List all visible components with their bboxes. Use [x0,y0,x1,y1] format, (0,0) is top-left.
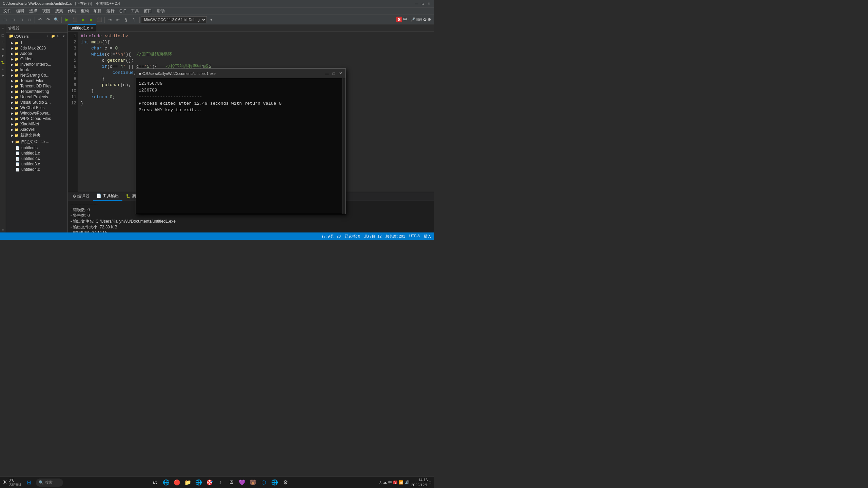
window-controls[interactable]: — □ ✕ [414,1,431,6]
bottom-tab-output[interactable]: 📄 工具输出 [93,192,122,201]
debug-stop-button[interactable]: ⬛ [96,16,103,23]
compiler-select[interactable]: MinGW GCC 11.2.0 64-bit Debug [141,16,207,23]
indent-button[interactable]: ⇥ [106,16,114,23]
toolbar-sep-1 [35,17,35,23]
sidebar-icon-8[interactable]: ⚑ [0,73,6,79]
console-scrollbar[interactable] [342,78,346,214]
sogou-mic[interactable]: 🎤 [410,17,415,22]
tree-item[interactable]: ▶ 📁 Tencent Files [6,78,67,83]
tree-item-icon: ▶ 📁 [11,68,19,72]
tree-item-label: TencentMeeting [20,89,49,94]
menu-refactor[interactable]: 重构 [79,7,91,15]
tree-item[interactable]: ▶ 📁 Adobe [6,51,67,56]
tree-item[interactable]: ▶ 📁 NetSarang Co... [6,73,67,78]
tree-item[interactable]: ▶ 📁 新建文件夹 [6,132,67,139]
uncomment-button[interactable]: ¶ [131,16,138,23]
open-file-button[interactable]: □ [9,16,17,23]
tree-item[interactable]: ▶ 📁 WPS Cloud Files [6,116,67,121]
menu-window[interactable]: 窗口 [142,7,154,15]
sidebar-icon-7[interactable]: ⌖ [0,66,6,72]
tree-item[interactable]: 📄 untitled3.c [6,161,67,167]
tree-item[interactable]: ▶ 📁 TencentMeeting [6,89,67,94]
menu-search[interactable]: 搜索 [53,7,65,15]
tree-new-file[interactable]: + [45,34,50,39]
menu-file[interactable]: 文件 [1,7,14,15]
compile-button[interactable]: ▶ [79,16,87,23]
tree-refresh[interactable]: ↻ [56,34,61,39]
menu-help[interactable]: 帮助 [155,7,167,15]
new-file-button[interactable]: □ [1,16,9,23]
stop-button[interactable]: ⬛ [71,16,79,23]
tree-items-container: ▶ 📁 1 ▶ 📁 3ds Max 2023 ▶ 📁 Adobe ▶ 📁 Gri… [6,40,67,232]
tree-item[interactable]: ▶ 📁 Gridea [6,56,67,62]
run-button[interactable]: ▶ [87,16,95,23]
comment-button[interactable]: § [122,16,130,23]
tree-item[interactable]: ▼ 📂 自定义 Office ... [6,139,67,145]
undo-button[interactable]: ↶ [36,16,44,23]
left-sidebar: ≡ ◫ ⊞ ⚙ ▶ 🐛 ⌖ ⚑ ≡ [0,24,6,232]
console-maximize[interactable]: □ [331,71,336,76]
tree-item[interactable]: ▶ 📁 Inventor Interro... [6,62,67,67]
maximize-button[interactable]: □ [420,1,425,6]
tree-item[interactable]: 📄 untitled1.c [6,150,67,156]
code-line[interactable]: int main(){ [81,39,431,45]
sidebar-icon-bottom[interactable]: ≡ [0,227,6,232]
save-button[interactable]: □ [18,16,25,23]
code-line[interactable]: c=getchar(); [81,58,431,64]
code-line[interactable]: #include <stdio.h> [81,33,431,39]
sidebar-icon-6[interactable]: 🐛 [0,60,6,65]
tree-item[interactable]: ▶ 📁 kook [6,67,67,73]
sidebar-icon-3[interactable]: ⊞ [0,39,6,45]
menu-tools[interactable]: 工具 [129,7,141,15]
sogou-btn3[interactable]: ⚙ [428,17,431,22]
tree-item[interactable]: ▶ 📁 XiaoWei [6,127,67,132]
tree-item[interactable]: ▶ 📁 WindowsPower... [6,110,67,116]
tree-item-icon: 📄 [16,151,20,155]
redo-button[interactable]: ↷ [44,16,52,23]
compile-run-button[interactable]: ▶ [63,16,71,23]
unindent-button[interactable]: ⇤ [114,16,122,23]
code-line[interactable]: while(c!='\n'){ //回车键结束循环 [81,52,431,58]
console-controls[interactable]: — □ ✕ [324,71,343,76]
tree-item[interactable]: ▶ 📁 1 [6,40,67,45]
menu-run[interactable]: 运行 [104,7,117,15]
sidebar-icon-5[interactable]: ▶ [0,53,6,58]
menu-edit[interactable]: 编辑 [14,7,26,15]
tree-item[interactable]: ▶ 📁 Tencent OD Files [6,83,67,89]
sogou-btn1[interactable]: ⌨ [416,17,422,22]
tree-path[interactable]: 📁 C:/Users [7,33,30,39]
menu-view[interactable]: 视图 [40,7,52,15]
tree-item[interactable]: ▶ 📁 XiaoMiNet [6,121,67,127]
console-minimize[interactable]: — [324,71,329,76]
sidebar-icon-4[interactable]: ⚙ [0,46,6,52]
tree-item[interactable]: ▶ 📁 WeChat Files [6,105,67,110]
tree-item-icon: 📄 [16,162,20,166]
compiler-config-button[interactable]: ▾ [208,16,215,23]
status-insert: 插入 [424,234,431,239]
sidebar-icon-1[interactable]: ≡ [0,26,6,31]
tab-untitled1[interactable]: untitled1.c ✕ [68,24,96,32]
menu-select[interactable]: 选择 [27,7,39,15]
tree-filter[interactable]: ▼ [61,34,66,39]
tree-item[interactable]: ▶ 📁 Visual Studio 2... [6,100,67,105]
sogou-cn[interactable]: 中 [403,17,407,22]
tree-item[interactable]: 📄 untitled2.c [6,156,67,161]
menu-code[interactable]: 代码 [66,7,78,15]
tree-new-folder[interactable]: 📁 [51,34,55,39]
sogou-btn2[interactable]: ✿ [423,17,427,22]
minimize-button[interactable]: — [414,1,419,6]
close-button[interactable]: ✕ [427,1,431,6]
tree-item[interactable]: 📄 untitled.c [6,145,67,150]
menu-project[interactable]: 项目 [92,7,104,15]
tree-item[interactable]: ▶ 📁 3ds Max 2023 [6,45,67,51]
console-close[interactable]: ✕ [338,71,343,76]
code-line[interactable]: char c = 0; [81,45,431,52]
save-all-button[interactable]: □ [26,16,33,23]
bottom-tab-compiler[interactable]: ⚙ 编译器 [69,192,93,201]
find-button[interactable]: 🔍 [53,16,60,23]
menu-git[interactable]: GIT [117,8,128,14]
tab-close-button[interactable]: ✕ [91,26,93,30]
tree-item[interactable]: 📄 untitled4.c [6,167,67,172]
tree-item[interactable]: ▶ 📁 Unreal Projects [6,94,67,100]
sidebar-icon-2[interactable]: ◫ [0,33,6,38]
